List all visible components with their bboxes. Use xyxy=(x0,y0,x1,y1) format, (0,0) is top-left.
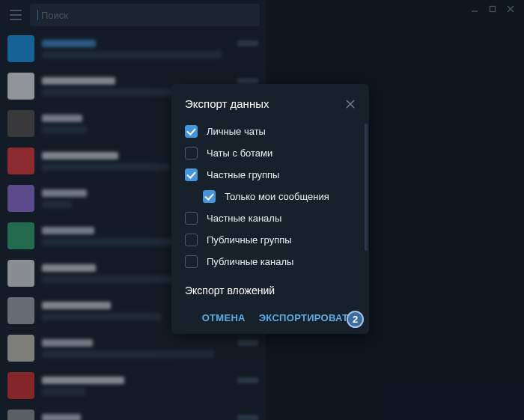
scrollbar[interactable] xyxy=(365,124,368,251)
checkbox[interactable] xyxy=(185,168,198,181)
export-option[interactable]: Личные чаты xyxy=(185,121,363,142)
checkbox[interactable] xyxy=(203,190,216,203)
export-option[interactable]: Частные каналы xyxy=(185,207,363,229)
checkbox[interactable] xyxy=(185,212,198,225)
attachments-heading: Экспорт вложений xyxy=(185,273,363,301)
export-option[interactable]: Частные группы xyxy=(185,164,363,186)
option-label: Чаты с ботами xyxy=(207,147,272,159)
export-option[interactable]: Публичные группы xyxy=(185,229,363,251)
option-label: Публичные каналы xyxy=(207,256,293,267)
modal-title: Экспорт данных xyxy=(185,97,269,110)
option-label: Частные группы xyxy=(207,169,279,180)
step-badge-2: 2 xyxy=(347,311,364,328)
modal-body: Личные чатыЧаты с ботамиЧастные группыТо… xyxy=(171,121,369,302)
export-data-modal: Экспорт данных Личные чатыЧаты с ботамиЧ… xyxy=(171,84,369,334)
option-label: Только мои сообщения xyxy=(225,191,329,202)
export-option[interactable]: Чаты с ботами xyxy=(185,142,363,164)
checkbox[interactable] xyxy=(185,147,198,159)
option-label: Личные чаты xyxy=(207,126,266,137)
checkbox[interactable] xyxy=(185,255,198,268)
close-icon[interactable] xyxy=(345,99,356,109)
option-label: Частные каналы xyxy=(207,213,281,224)
checkbox[interactable] xyxy=(185,234,198,246)
export-option[interactable]: Публичные каналы xyxy=(185,251,363,273)
modal-footer: ОТМЕНА ЭКСПОРТИРОВАТЬ xyxy=(171,302,369,334)
cancel-button[interactable]: ОТМЕНА xyxy=(202,312,246,323)
export-option[interactable]: Фотографии xyxy=(185,301,363,302)
export-option[interactable]: Только мои сообщения xyxy=(203,186,363,207)
option-label: Публичные группы xyxy=(207,234,292,246)
export-button[interactable]: ЭКСПОРТИРОВАТЬ xyxy=(259,312,356,323)
modal-header: Экспорт данных xyxy=(171,84,369,121)
checkbox[interactable] xyxy=(185,125,198,138)
